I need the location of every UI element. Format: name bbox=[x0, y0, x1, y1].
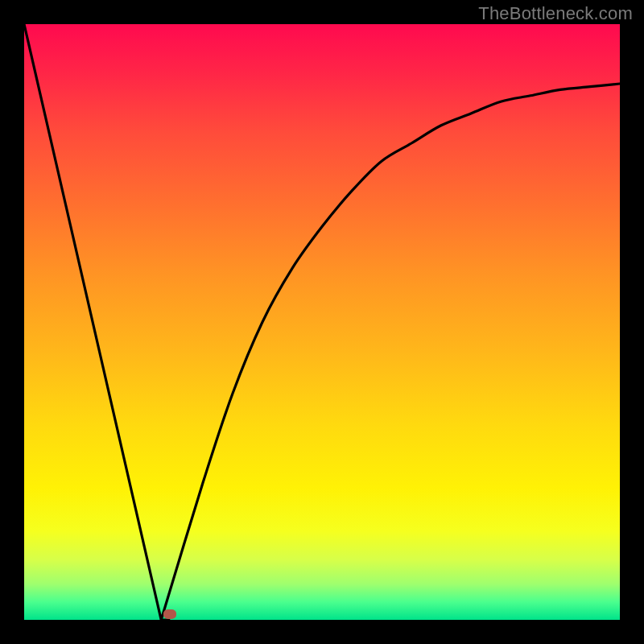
watermark-text: TheBottleneck.com bbox=[478, 3, 633, 24]
curve-path bbox=[24, 24, 620, 620]
chart-frame: TheBottleneck.com bbox=[0, 0, 644, 644]
plot-area bbox=[24, 24, 620, 620]
bottleneck-curve bbox=[24, 24, 620, 620]
min-point-marker bbox=[163, 609, 176, 619]
